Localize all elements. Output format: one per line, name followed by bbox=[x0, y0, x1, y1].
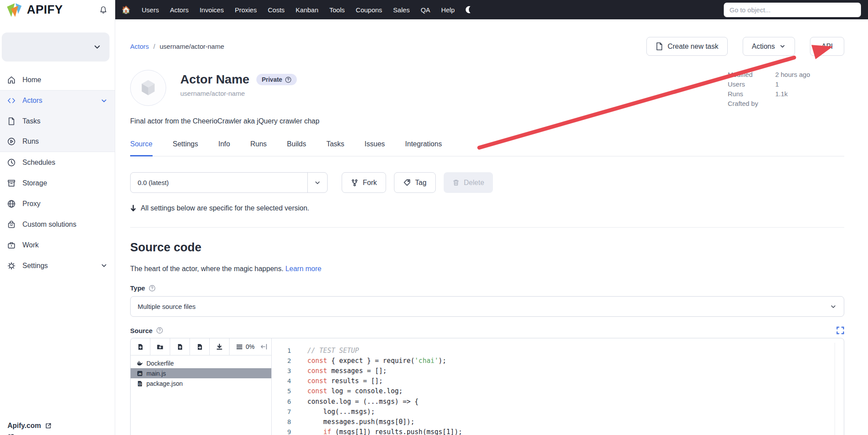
runs-icon bbox=[7, 137, 16, 146]
tab-issues[interactable]: Issues bbox=[365, 140, 385, 156]
fullscreen-expand-icon[interactable] bbox=[836, 326, 844, 334]
line-content: // TEST SETUP bbox=[291, 347, 359, 355]
nav-item-proxies[interactable]: Proxies bbox=[235, 6, 257, 14]
breadcrumb: Actors / username/actor-name bbox=[130, 43, 224, 50]
code-line-2[interactable]: 2const { expect } = require('chai'); bbox=[272, 355, 844, 366]
nav-item-sales[interactable]: Sales bbox=[393, 6, 410, 14]
source-code-description-text: The heart of the actor, where the magic … bbox=[130, 265, 284, 272]
actions-dropdown-button[interactable]: Actions bbox=[743, 37, 795, 56]
account-selector[interactable] bbox=[2, 33, 109, 62]
fork-button[interactable]: Fork bbox=[342, 172, 386, 193]
actor-description: Final actor from the CheerioCrawler aka … bbox=[130, 117, 844, 125]
down-arrow-icon bbox=[130, 205, 136, 212]
tab-source[interactable]: Source bbox=[130, 140, 153, 156]
line-number: 8 bbox=[272, 418, 291, 425]
file-list: DockerfileJSmain.js{}package.json bbox=[131, 355, 271, 388]
editor-scrollbar[interactable] bbox=[835, 343, 835, 435]
code-line-7[interactable]: 7 log(...msgs); bbox=[272, 406, 844, 417]
search-input[interactable] bbox=[724, 3, 861, 17]
collapse-panel-icon[interactable] bbox=[260, 344, 267, 350]
storage-icon bbox=[7, 179, 16, 188]
tag-icon bbox=[403, 179, 411, 186]
section-divider bbox=[130, 227, 844, 228]
sidebar-footer-clipped-item[interactable] bbox=[7, 433, 15, 435]
code-area[interactable]: 1// TEST SETUP2const { expect } = requir… bbox=[272, 338, 844, 435]
meta-value-users: 1 bbox=[775, 80, 844, 88]
file-toolbar: 0% bbox=[131, 338, 271, 355]
code-line-4[interactable]: 4const results = []; bbox=[272, 376, 844, 386]
version-select[interactable]: 0.0 (latest) bbox=[130, 172, 328, 193]
upload-file-button[interactable] bbox=[170, 338, 190, 355]
zoom-percent-label: 0% bbox=[246, 343, 255, 350]
file-item-dockerfile[interactable]: Dockerfile bbox=[131, 358, 271, 368]
sidebar: HomeActorsTasksRunsSchedulesStorageProxy… bbox=[0, 19, 115, 435]
json-file-icon: {} bbox=[137, 381, 143, 387]
sidebar-item-label: Custom solutions bbox=[22, 221, 77, 228]
sidebar-item-work[interactable]: Work bbox=[0, 235, 115, 255]
learn-more-link[interactable]: Learn more bbox=[285, 265, 321, 272]
sidebar-item-custom-solutions[interactable]: Custom solutions bbox=[0, 214, 115, 235]
notifications-bell-icon[interactable] bbox=[98, 5, 108, 14]
nav-item-coupons[interactable]: Coupons bbox=[356, 6, 382, 14]
help-circle-icon[interactable] bbox=[149, 285, 156, 292]
actor-avatar bbox=[130, 70, 166, 106]
nav-item-users[interactable]: Users bbox=[142, 6, 159, 14]
sidebar-item-settings[interactable]: Settings bbox=[0, 255, 115, 276]
file-name: main.js bbox=[146, 370, 166, 377]
tab-integrations[interactable]: Integrations bbox=[405, 140, 442, 156]
dark-mode-moon-icon[interactable] bbox=[466, 6, 474, 14]
nav-item-qa[interactable]: QA bbox=[421, 6, 430, 14]
api-button[interactable]: API bbox=[810, 37, 844, 56]
create-new-task-button[interactable]: Create new task bbox=[646, 37, 728, 56]
sidebar-item-proxy[interactable]: Proxy bbox=[0, 193, 115, 214]
help-circle-icon[interactable] bbox=[285, 76, 292, 83]
nav-item-help[interactable]: Help bbox=[441, 6, 455, 14]
move-file-button[interactable] bbox=[190, 338, 210, 355]
new-folder-button[interactable] bbox=[150, 338, 170, 355]
tab-builds[interactable]: Builds bbox=[287, 140, 306, 156]
code-line-8[interactable]: 8 messages.push(msgs[0]); bbox=[272, 417, 844, 427]
tag-button[interactable]: Tag bbox=[394, 172, 436, 193]
sidebar-item-home[interactable]: Home bbox=[0, 69, 115, 90]
sidebar-item-label: Runs bbox=[22, 138, 39, 145]
sidebar-item-tasks[interactable]: Tasks bbox=[0, 111, 115, 131]
apify-logo[interactable]: APIFY bbox=[6, 2, 63, 17]
tab-tasks[interactable]: Tasks bbox=[326, 140, 344, 156]
file-item-main-js[interactable]: JSmain.js bbox=[131, 368, 271, 378]
file-name: Dockerfile bbox=[146, 360, 174, 367]
nav-item-actors[interactable]: Actors bbox=[170, 6, 189, 14]
code-line-9[interactable]: 9 if (msgs[1]) results.push(msgs[1]); bbox=[272, 427, 844, 435]
sidebar-item-storage[interactable]: Storage bbox=[0, 173, 115, 193]
sidebar-item-schedules[interactable]: Schedules bbox=[0, 152, 115, 173]
actor-meta: Modified2 hours agoUsers1Runs1.1kCrafted… bbox=[728, 71, 844, 107]
list-view-icon[interactable] bbox=[236, 344, 243, 350]
type-select[interactable]: Multiple source files bbox=[130, 296, 844, 317]
tab-settings[interactable]: Settings bbox=[173, 140, 198, 156]
download-button[interactable] bbox=[210, 338, 230, 355]
code-line-6[interactable]: 6console.log = (...msgs) => { bbox=[272, 396, 844, 406]
nav-item-tools[interactable]: Tools bbox=[329, 6, 345, 14]
delete-button[interactable]: Delete bbox=[444, 172, 493, 193]
sidebar-item-actors[interactable]: Actors bbox=[0, 90, 115, 111]
code-line-3[interactable]: 3const messages = []; bbox=[272, 366, 844, 376]
tag-label: Tag bbox=[415, 179, 427, 187]
nav-item-invoices[interactable]: Invoices bbox=[200, 6, 224, 14]
breadcrumb-actors-link[interactable]: Actors bbox=[130, 43, 149, 50]
sidebar-footer-apify-link[interactable]: Apify.com bbox=[7, 422, 52, 430]
code-line-5[interactable]: 5const log = console.log; bbox=[272, 386, 844, 396]
tab-info[interactable]: Info bbox=[219, 140, 230, 156]
code-line-1[interactable]: 1// TEST SETUP bbox=[272, 345, 844, 355]
sidebar-item-label: Actors bbox=[22, 97, 42, 105]
new-file-button[interactable] bbox=[131, 338, 150, 355]
home-emoji-icon[interactable]: 🏠 bbox=[121, 5, 131, 14]
actor-title-block: Actor Name Private username/actor-name bbox=[180, 70, 297, 106]
delete-label: Delete bbox=[464, 179, 484, 187]
nav-item-costs[interactable]: Costs bbox=[268, 6, 284, 14]
file-item-package-json[interactable]: {}package.json bbox=[131, 378, 271, 388]
tab-runs[interactable]: Runs bbox=[250, 140, 266, 156]
svg-text:{}: {} bbox=[138, 382, 142, 385]
help-circle-icon[interactable] bbox=[156, 327, 163, 334]
sidebar-item-runs[interactable]: Runs bbox=[0, 131, 115, 152]
private-badge: Private bbox=[256, 74, 297, 85]
nav-item-kanban[interactable]: Kanban bbox=[295, 6, 318, 14]
